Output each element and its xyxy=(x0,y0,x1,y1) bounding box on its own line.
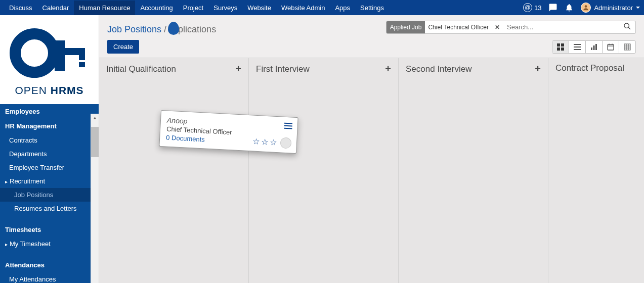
avatar xyxy=(581,3,591,13)
kanban-column-initial-qualification[interactable]: Initial Qualification + Anoop Chief Tech… xyxy=(99,58,249,283)
svg-rect-12 xyxy=(574,44,581,45)
sidebar-job-positions[interactable]: Job Positions xyxy=(0,188,99,202)
sidebar-contracts[interactable]: Contracts xyxy=(0,133,99,147)
topbar-menu: Discuss Calendar Human Resource Accounti… xyxy=(4,1,389,15)
sidebar-employee-transfer[interactable]: Employee Transfer xyxy=(0,161,99,174)
column-title: Initial Qualification xyxy=(106,64,176,74)
search-facet: Applied Job Chief Technical Officer ✕ xyxy=(387,21,503,33)
svg-rect-13 xyxy=(574,46,581,48)
svg-line-7 xyxy=(628,27,630,29)
at-icon: @ xyxy=(523,3,532,12)
create-button[interactable]: Create xyxy=(107,40,139,54)
user-menu[interactable]: Administrator xyxy=(581,3,640,13)
svg-point-0 xyxy=(585,5,587,8)
sidebar-recruitment[interactable]: Recruitment xyxy=(0,174,99,188)
logo-text: OPEN HRMS xyxy=(8,84,91,97)
facet-label: Applied Job xyxy=(387,21,425,33)
view-graph-button[interactable] xyxy=(586,41,603,53)
nav-surveys[interactable]: Surveys xyxy=(208,1,242,15)
facet-value: Chief Technical Officer xyxy=(425,22,492,33)
scroll-thumb[interactable] xyxy=(91,127,99,157)
scroll-up-icon[interactable]: ▴ xyxy=(91,114,99,122)
svg-rect-2 xyxy=(55,40,65,71)
svg-rect-18 xyxy=(608,44,614,50)
add-card-button[interactable]: + xyxy=(535,63,541,75)
svg-rect-17 xyxy=(595,44,597,50)
column-title: First Interview xyxy=(256,64,310,74)
svg-rect-4 xyxy=(79,55,85,60)
sidebar-hr-management[interactable]: HR Management xyxy=(0,119,99,133)
drag-indicator-icon xyxy=(168,22,179,35)
nav-human-resource[interactable]: Human Resource xyxy=(74,1,135,15)
kanban-board: Initial Qualification + Anoop Chief Tech… xyxy=(99,58,644,283)
nav-website[interactable]: Website xyxy=(242,1,276,15)
svg-rect-8 xyxy=(557,43,560,46)
svg-rect-3 xyxy=(65,48,85,55)
svg-rect-9 xyxy=(561,43,564,46)
breadcrumb-current: plications xyxy=(178,24,216,34)
search-box: Applied Job Chief Technical Officer ✕ xyxy=(386,21,636,34)
caret-down-icon xyxy=(636,7,640,9)
svg-point-1 xyxy=(15,34,54,72)
view-kanban-button[interactable] xyxy=(552,41,569,53)
sidebar-scrollbar[interactable]: ▴ xyxy=(91,114,99,283)
bell-icon[interactable] xyxy=(565,3,574,12)
content-area: Job Positions / plications Applied Job C… xyxy=(99,15,644,283)
view-switcher xyxy=(552,40,636,54)
sidebar: OPEN HRMS Employees HR Management Contra… xyxy=(0,15,99,283)
kanban-column-contract-proposal[interactable]: Contract Proposal xyxy=(548,58,644,283)
column-title: Second Interview xyxy=(406,64,471,74)
view-list-button[interactable] xyxy=(569,41,586,53)
search-input[interactable] xyxy=(503,21,619,33)
svg-point-6 xyxy=(624,23,629,28)
nav-settings[interactable]: Settings xyxy=(355,1,389,15)
sidebar-departments[interactable]: Departments xyxy=(0,147,99,161)
svg-rect-14 xyxy=(574,49,581,50)
svg-rect-5 xyxy=(79,62,85,67)
facet-remove-button[interactable]: ✕ xyxy=(492,22,503,32)
svg-rect-16 xyxy=(593,45,595,50)
svg-rect-22 xyxy=(624,44,630,50)
mention-counter[interactable]: @ 13 xyxy=(523,3,541,12)
topbar-right: @ 13 Administrator xyxy=(523,3,640,13)
nav-apps[interactable]: Apps xyxy=(330,1,355,15)
top-navbar: Discuss Calendar Human Resource Accounti… xyxy=(0,0,644,15)
sidebar-menu: Employees HR Management Contracts Depart… xyxy=(0,104,99,283)
nav-website-admin[interactable]: Website Admin xyxy=(276,1,330,15)
view-pivot-button[interactable] xyxy=(619,41,635,53)
nav-accounting[interactable]: Accounting xyxy=(135,1,178,15)
kanban-column-second-interview[interactable]: Second Interview + xyxy=(399,58,548,283)
breadcrumb-job-positions[interactable]: Job Positions xyxy=(107,24,161,34)
add-card-button[interactable]: + xyxy=(385,63,391,75)
sidebar-attendances[interactable]: Attendances xyxy=(0,258,99,272)
breadcrumb: Job Positions / plications xyxy=(107,19,216,35)
view-calendar-button[interactable] xyxy=(603,41,619,53)
sidebar-resumes-letters[interactable]: Resumes and Letters xyxy=(0,202,99,215)
nav-project[interactable]: Project xyxy=(178,1,208,15)
kanban-column-first-interview[interactable]: First Interview + xyxy=(249,58,399,283)
logo[interactable]: OPEN HRMS xyxy=(0,15,99,104)
svg-rect-15 xyxy=(591,48,592,50)
add-card-button[interactable]: + xyxy=(235,63,241,75)
mention-count: 13 xyxy=(534,4,541,12)
svg-rect-10 xyxy=(557,48,560,51)
nav-discuss[interactable]: Discuss xyxy=(4,1,37,15)
column-title: Contract Proposal xyxy=(555,63,624,73)
sidebar-my-timesheet[interactable]: My Timesheet xyxy=(0,237,99,251)
search-icon[interactable] xyxy=(619,21,635,34)
messages-icon[interactable] xyxy=(548,3,557,12)
sidebar-timesheets[interactable]: Timesheets xyxy=(0,222,99,237)
svg-rect-11 xyxy=(561,48,564,51)
sidebar-my-attendances[interactable]: My Attendances xyxy=(0,272,99,283)
control-panel: Job Positions / plications Applied Job C… xyxy=(99,15,644,58)
user-name: Administrator xyxy=(594,4,633,12)
nav-calendar[interactable]: Calendar xyxy=(37,1,74,15)
sidebar-employees[interactable]: Employees xyxy=(0,104,99,119)
